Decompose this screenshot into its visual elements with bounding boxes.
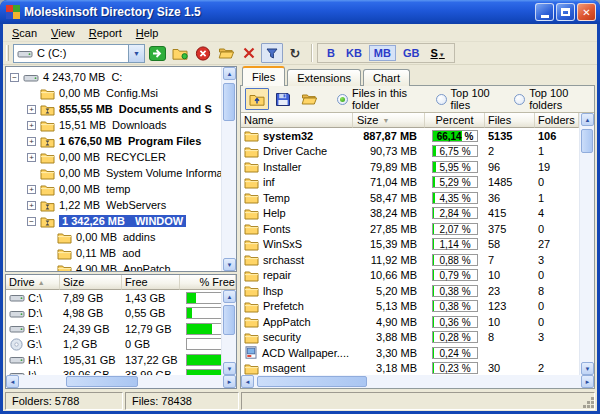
save-report-button[interactable] xyxy=(271,88,295,110)
tree-item[interactable]: +1,22 MBWebServers xyxy=(6,197,236,213)
folder-up-button[interactable] xyxy=(245,88,269,110)
scroll-left-icon[interactable]: ◄ xyxy=(6,375,19,388)
column-header-files[interactable]: Files xyxy=(485,113,535,128)
scan-button[interactable] xyxy=(146,43,168,63)
drive-vertical-scrollbar[interactable]: ▲ ▼ xyxy=(221,290,236,375)
file-row[interactable]: AppPatch 4,90 MB 0,36 % 10 0 xyxy=(241,314,594,330)
menu-item-report[interactable]: Report xyxy=(82,26,129,40)
open-folder-button[interactable] xyxy=(215,43,237,63)
tree-item[interactable]: −4 243,70 MBC: xyxy=(6,69,236,85)
collapse-icon[interactable]: − xyxy=(10,73,19,82)
file-row[interactable]: Driver Cache 90,73 MB 6,75 % 2 1 xyxy=(241,144,594,160)
column-header-folders[interactable]: Folders xyxy=(535,113,579,128)
file-row[interactable]: security 3,88 MB 0,28 % 8 3 xyxy=(241,330,594,346)
file-row[interactable]: lhsp 5,20 MB 0,38 % 23 8 xyxy=(241,283,594,299)
tree-item[interactable]: +15,51 MBDownloads xyxy=(6,117,236,133)
tab-files[interactable]: Files xyxy=(242,66,285,86)
expand-icon[interactable]: + xyxy=(27,201,36,210)
resize-grip[interactable] xyxy=(591,405,594,408)
refresh-button[interactable]: ↻ xyxy=(284,43,306,63)
scroll-right-icon[interactable]: ► xyxy=(223,375,236,388)
unit-kb-button[interactable]: KB xyxy=(342,46,366,60)
drive-row[interactable]: E:\ 24,39 GB 12,79 GB 52 xyxy=(6,321,236,337)
column-header-name[interactable]: Name xyxy=(241,113,353,128)
file-row[interactable]: ACD Wallpaper.... 3,30 MB 0,24 % xyxy=(241,345,594,361)
tab-chart[interactable]: Chart xyxy=(363,69,410,86)
column-header-drive[interactable]: Drive▲ xyxy=(6,275,60,290)
expand-icon[interactable]: + xyxy=(27,105,36,114)
scroll-left-icon[interactable]: ◄ xyxy=(241,375,254,388)
close-button[interactable]: ✕ xyxy=(577,3,596,21)
file-row[interactable]: Temp 58,47 MB 4,35 % 36 1 xyxy=(241,190,594,206)
drive-row[interactable]: G:\ 1,2 GB 0 GB 0 xyxy=(6,337,236,353)
drive-row[interactable]: D:\ 4,98 GB 0,55 GB 11 xyxy=(6,306,236,322)
tree-item[interactable]: 0,11 MBaod xyxy=(6,245,236,261)
tree-item[interactable]: −1 342,26 MBWINDOW xyxy=(6,213,236,229)
unit-mb-button[interactable]: MB xyxy=(369,45,396,61)
tree-item[interactable]: +0,00 MBRECYCLER xyxy=(6,149,236,165)
tree-item[interactable]: 0,00 MBSystem Volume Information xyxy=(6,165,236,181)
scroll-thumb[interactable] xyxy=(66,376,138,387)
file-row[interactable]: Fonts 27,85 MB 2,07 % 375 0 xyxy=(241,221,594,237)
scroll-thumb[interactable] xyxy=(223,305,235,335)
delete-button[interactable] xyxy=(238,43,260,63)
files-vertical-scrollbar[interactable]: ▲ ▼ xyxy=(579,113,594,375)
title-bar[interactable]: Moleskinsoft Directory Size 1.5 ✕ xyxy=(0,0,600,24)
tree-item[interactable]: +855,55 MBDocuments and S xyxy=(6,101,236,117)
tree-item[interactable]: 0,00 MBConfig.Msi xyxy=(6,85,236,101)
files-horizontal-scrollbar[interactable]: ◄ ► xyxy=(241,375,594,388)
file-row[interactable]: WinSxS 15,39 MB 1,14 % 58 27 xyxy=(241,237,594,253)
scroll-down-icon[interactable]: ▼ xyxy=(223,258,236,271)
scroll-up-icon[interactable]: ▲ xyxy=(223,290,236,303)
file-row[interactable]: inf 71,04 MB 5,29 % 1485 0 xyxy=(241,175,594,191)
file-row[interactable]: Prefetch 5,13 MB 0,38 % 123 0 xyxy=(241,299,594,315)
scroll-up-icon[interactable]: ▲ xyxy=(223,67,236,80)
unit-s-button[interactable]: S▼ xyxy=(426,46,448,60)
drive-horizontal-scrollbar[interactable]: ◄ ► xyxy=(6,375,236,388)
expand-icon[interactable]: + xyxy=(27,121,36,130)
drive-row[interactable]: I:\ 39,06 GB 38,99 GB 99 xyxy=(6,368,236,376)
file-row[interactable]: Installer 79,89 MB 5,95 % 96 19 xyxy=(241,159,594,175)
file-row[interactable]: srchasst 11,92 MB 0,88 % 7 3 xyxy=(241,252,594,268)
collapse-icon[interactable]: − xyxy=(27,217,36,226)
menu-item-view[interactable]: View xyxy=(44,26,82,40)
radio-top-100-files[interactable]: Top 100 files xyxy=(436,87,501,111)
file-row[interactable]: system32 887,87 MB 66,14 % 5135 106 xyxy=(241,128,594,144)
scroll-thumb[interactable] xyxy=(223,83,235,121)
filter-button[interactable] xyxy=(261,43,283,63)
stop-button[interactable] xyxy=(192,43,214,63)
expand-icon[interactable]: + xyxy=(27,137,36,146)
column-header-free[interactable]: Free xyxy=(122,275,180,290)
unit-gb-button[interactable]: GB xyxy=(399,46,424,60)
scroll-down-icon[interactable]: ▼ xyxy=(223,362,236,375)
radio-top-100-folders[interactable]: Top 100 folders xyxy=(514,87,590,111)
tab-extensions[interactable]: Extensions xyxy=(287,69,361,86)
scroll-up-icon[interactable]: ▲ xyxy=(581,113,594,126)
scroll-right-icon[interactable]: ► xyxy=(581,375,594,388)
menu-item-scan[interactable]: Scan xyxy=(5,26,44,40)
file-row[interactable]: repair 10,66 MB 0,79 % 10 0 xyxy=(241,268,594,284)
chevron-down-icon[interactable]: ▼ xyxy=(128,45,144,62)
column-header-size[interactable]: Size▼ xyxy=(353,113,425,128)
minimize-button[interactable] xyxy=(535,3,554,21)
tree-vertical-scrollbar[interactable]: ▲ ▼ xyxy=(221,67,236,271)
expand-icon[interactable]: + xyxy=(27,153,36,162)
scroll-down-icon[interactable]: ▼ xyxy=(581,362,594,375)
expand-icon[interactable]: + xyxy=(27,185,36,194)
file-row[interactable]: msagent 3,18 MB 0,23 % 30 2 xyxy=(241,361,594,376)
tree-item[interactable]: +0,00 MBtemp xyxy=(6,181,236,197)
scan-new-folder-button[interactable] xyxy=(169,43,191,63)
column-header-free[interactable]: % Free xyxy=(180,275,236,290)
toolbar-grip[interactable] xyxy=(6,45,9,61)
unit-b-button[interactable]: B xyxy=(323,46,339,60)
open-folder-button[interactable] xyxy=(297,88,321,110)
radio-files-in-this-folder[interactable]: Files in this folder xyxy=(337,87,422,111)
tree-item[interactable]: 4,90 MBAppPatch xyxy=(6,261,236,272)
menu-item-help[interactable]: Help xyxy=(129,26,166,40)
file-row[interactable]: Help 38,24 MB 2,84 % 415 4 xyxy=(241,206,594,222)
drive-combo[interactable]: C (C:) ▼ xyxy=(13,44,145,63)
scroll-thumb[interactable] xyxy=(581,129,593,153)
column-header-size[interactable]: Size xyxy=(60,275,122,290)
scroll-thumb[interactable] xyxy=(257,376,367,387)
column-header-percent[interactable]: Percent xyxy=(425,113,485,128)
